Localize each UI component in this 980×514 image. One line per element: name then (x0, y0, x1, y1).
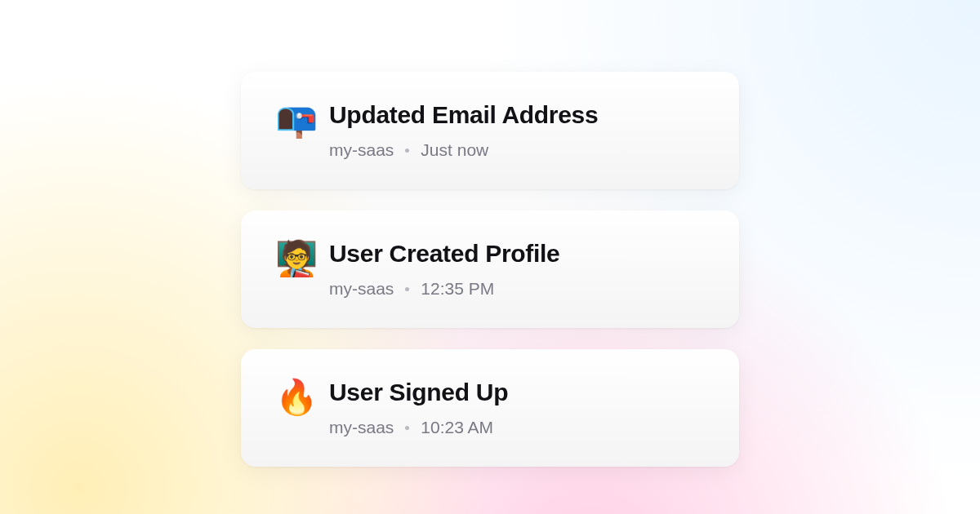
event-feed: 📭 Updated Email Address my-saas Just now… (0, 0, 980, 514)
event-card[interactable]: 🔥 User Signed Up my-saas 10:23 AM (241, 349, 739, 467)
event-meta: my-saas 10:23 AM (329, 418, 705, 437)
event-title: User Signed Up (329, 379, 705, 406)
separator-dot (405, 148, 409, 153)
fire-icon: 🔥 (275, 380, 324, 414)
event-title: User Created Profile (329, 240, 705, 268)
event-meta: my-saas 12:35 PM (329, 279, 705, 299)
event-time: Just now (421, 140, 488, 160)
event-meta: my-saas Just now (329, 140, 705, 160)
event-time: 12:35 PM (421, 279, 494, 299)
event-time: 10:23 AM (421, 418, 493, 437)
event-project: my-saas (329, 418, 394, 437)
event-content: User Signed Up my-saas 10:23 AM (329, 379, 705, 437)
event-title: Updated Email Address (329, 101, 705, 129)
mailbox-icon: 📭 (275, 103, 324, 137)
event-project: my-saas (329, 279, 394, 299)
event-content: User Created Profile my-saas 12:35 PM (329, 240, 705, 299)
separator-dot (405, 287, 409, 291)
event-project: my-saas (329, 140, 394, 160)
event-card[interactable]: 🧑‍🏫 User Created Profile my-saas 12:35 P… (241, 210, 739, 328)
event-card[interactable]: 📭 Updated Email Address my-saas Just now (241, 72, 739, 189)
event-content: Updated Email Address my-saas Just now (329, 101, 705, 160)
separator-dot (405, 426, 409, 430)
teacher-icon: 🧑‍🏫 (275, 241, 324, 276)
